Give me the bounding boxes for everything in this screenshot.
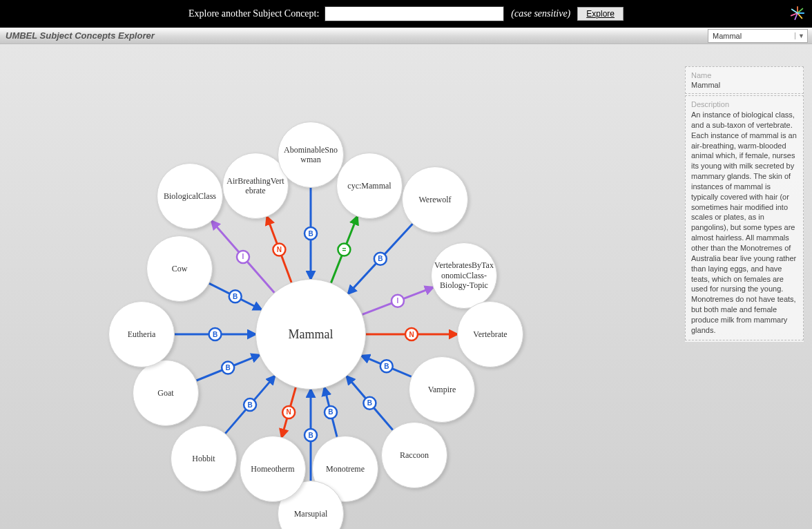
info-panel: Name Mammal Description An instance of b… bbox=[685, 66, 804, 342]
node-raccoon[interactable]: Raccoon bbox=[381, 422, 447, 488]
edge-badge: N bbox=[273, 244, 285, 256]
node-vertbytax[interactable]: VertebratesByTaxonomicClass-Biology-Topi… bbox=[431, 242, 497, 309]
edge-badge: B bbox=[244, 398, 256, 411]
info-desc-value: An instance of biological class, and a s… bbox=[691, 110, 798, 336]
search-input[interactable] bbox=[325, 6, 504, 21]
edge-badge: N bbox=[282, 406, 295, 419]
edge-badge: B bbox=[363, 397, 376, 410]
case-sensitive-hint: (case sensitive) bbox=[511, 8, 570, 19]
svg-text:B: B bbox=[247, 401, 252, 409]
edge-badge: = bbox=[338, 244, 350, 256]
edge-badge: B bbox=[374, 253, 387, 265]
svg-text:B: B bbox=[226, 364, 231, 372]
edge-badge: I bbox=[237, 251, 249, 263]
svg-text:B: B bbox=[367, 399, 372, 407]
svg-text:B: B bbox=[328, 408, 333, 416]
svg-text:I: I bbox=[242, 253, 244, 260]
svg-text:B: B bbox=[308, 230, 313, 238]
edge-badge: B bbox=[304, 429, 317, 441]
svg-text:=: = bbox=[342, 246, 346, 253]
dropdown-value: Mammal bbox=[708, 32, 795, 40]
svg-text:B: B bbox=[213, 331, 218, 338]
chevron-down-icon: ▼ bbox=[795, 32, 807, 39]
svg-text:N: N bbox=[409, 331, 414, 338]
search-label: Explore another Subject Concept: bbox=[188, 8, 319, 19]
umbel-logo-icon bbox=[790, 6, 805, 21]
info-name-section: Name Mammal bbox=[685, 66, 804, 94]
info-desc-label: Description bbox=[691, 100, 798, 108]
node-werewolf[interactable]: Werewolf bbox=[402, 166, 468, 233]
title-bar: UMBEL Subject Concepts Explorer Mammal ▼ bbox=[0, 28, 812, 44]
node-vertebrate[interactable]: Vertebrate bbox=[457, 301, 523, 367]
svg-text:N: N bbox=[277, 246, 282, 253]
svg-line-1 bbox=[798, 9, 802, 13]
edge-badge: B bbox=[304, 227, 317, 240]
node-cow[interactable]: Cow bbox=[146, 235, 213, 302]
app-title: UMBEL Subject Concepts Explorer bbox=[6, 30, 155, 41]
node-center[interactable]: Mammal bbox=[255, 279, 366, 389]
node-goat[interactable]: Goat bbox=[133, 360, 199, 426]
explore-button[interactable]: Explore bbox=[577, 7, 624, 21]
svg-line-6 bbox=[792, 10, 798, 14]
top-search-bar: Explore another Subject Concept: (case s… bbox=[0, 0, 812, 28]
node-biologicalclass[interactable]: BiologicalClass bbox=[157, 163, 223, 229]
svg-text:B: B bbox=[233, 293, 238, 300]
node-hobbit[interactable]: Hobbit bbox=[171, 425, 237, 492]
edge-badge: B bbox=[380, 360, 393, 372]
info-name-label: Name bbox=[691, 71, 798, 79]
node-abominable[interactable]: AbominableSnowman bbox=[278, 122, 344, 188]
info-desc-section: Description An instance of biological cl… bbox=[685, 95, 804, 340]
svg-text:B: B bbox=[384, 363, 389, 370]
concept-dropdown[interactable]: Mammal ▼ bbox=[708, 29, 808, 43]
edge-badge: B bbox=[325, 406, 337, 419]
svg-text:N: N bbox=[287, 408, 291, 416]
info-name-value: Mammal bbox=[691, 81, 798, 89]
edge-badge: I bbox=[392, 295, 404, 307]
edge-badge: B bbox=[209, 328, 222, 340]
node-homeotherm[interactable]: Homeotherm bbox=[240, 436, 306, 502]
edge-badge: N bbox=[405, 328, 418, 340]
node-cycmammal[interactable]: cyc:Mammal bbox=[336, 153, 403, 219]
edge-badge: B bbox=[229, 290, 242, 302]
svg-text:I: I bbox=[397, 297, 399, 305]
node-vampire[interactable]: Vampire bbox=[409, 356, 475, 423]
svg-text:B: B bbox=[378, 255, 383, 262]
node-eutheria[interactable]: Eutheria bbox=[108, 301, 175, 367]
svg-text:B: B bbox=[308, 432, 313, 439]
svg-line-3 bbox=[798, 13, 802, 18]
edge-badge: B bbox=[222, 362, 234, 374]
